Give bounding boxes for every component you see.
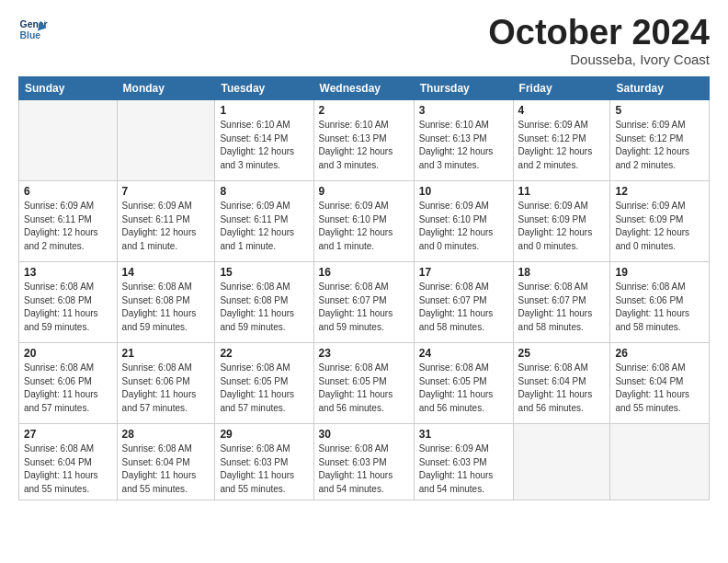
day-number: 4 [518, 104, 606, 117]
table-row: 26Sunrise: 6:08 AM Sunset: 6:04 PM Dayli… [610, 343, 710, 424]
day-number: 23 [319, 347, 409, 360]
day-number: 22 [220, 347, 308, 360]
day-number: 24 [419, 347, 508, 360]
svg-text:Blue: Blue [20, 30, 41, 40]
day-detail: Sunrise: 6:09 AM Sunset: 6:03 PM Dayligh… [419, 442, 508, 496]
day-detail: Sunrise: 6:09 AM Sunset: 6:11 PM Dayligh… [24, 200, 112, 253]
table-row: 24Sunrise: 6:08 AM Sunset: 6:05 PM Dayli… [414, 343, 513, 424]
day-number: 26 [615, 347, 704, 360]
table-row: 20Sunrise: 6:08 AM Sunset: 6:06 PM Dayli… [19, 343, 118, 424]
day-number: 8 [220, 185, 308, 198]
table-row: 29Sunrise: 6:08 AM Sunset: 6:03 PM Dayli… [215, 424, 313, 500]
day-detail: Sunrise: 6:08 AM Sunset: 6:06 PM Dayligh… [24, 362, 112, 415]
table-row: 2Sunrise: 6:10 AM Sunset: 6:13 PM Daylig… [313, 100, 414, 181]
day-detail: Sunrise: 6:10 AM Sunset: 6:14 PM Dayligh… [220, 119, 308, 172]
day-number: 10 [419, 185, 508, 198]
day-number: 21 [122, 347, 210, 360]
subtitle: Dousseba, Ivory Coast [488, 52, 710, 67]
day-number: 15 [220, 266, 308, 279]
day-detail: Sunrise: 6:09 AM Sunset: 6:12 PM Dayligh… [615, 119, 704, 172]
header-friday: Friday [513, 77, 610, 100]
table-row [513, 424, 610, 500]
day-number: 7 [122, 185, 210, 198]
day-detail: Sunrise: 6:08 AM Sunset: 6:03 PM Dayligh… [220, 442, 308, 496]
day-number: 1 [220, 104, 308, 117]
header-wednesday: Wednesday [313, 77, 414, 100]
header-saturday: Saturday [610, 77, 710, 100]
table-row: 19Sunrise: 6:08 AM Sunset: 6:06 PM Dayli… [610, 262, 710, 343]
table-row: 3Sunrise: 6:10 AM Sunset: 6:13 PM Daylig… [414, 100, 513, 181]
day-number: 12 [615, 185, 704, 198]
header-tuesday: Tuesday [215, 77, 313, 100]
day-detail: Sunrise: 6:08 AM Sunset: 6:05 PM Dayligh… [319, 362, 409, 415]
day-detail: Sunrise: 6:09 AM Sunset: 6:11 PM Dayligh… [122, 200, 210, 253]
header-sunday: Sunday [19, 77, 118, 100]
table-row: 30Sunrise: 6:08 AM Sunset: 6:03 PM Dayli… [313, 424, 414, 500]
day-number: 9 [319, 185, 409, 198]
table-row: 1Sunrise: 6:10 AM Sunset: 6:14 PM Daylig… [215, 100, 313, 181]
day-number: 19 [615, 266, 704, 279]
day-number: 20 [24, 347, 112, 360]
table-row: 11Sunrise: 6:09 AM Sunset: 6:09 PM Dayli… [513, 181, 610, 262]
day-number: 16 [319, 266, 409, 279]
day-detail: Sunrise: 6:10 AM Sunset: 6:13 PM Dayligh… [319, 119, 409, 172]
title-block: October 2024 Dousseba, Ivory Coast [488, 15, 710, 67]
day-detail: Sunrise: 6:08 AM Sunset: 6:04 PM Dayligh… [24, 442, 112, 496]
table-row: 27Sunrise: 6:08 AM Sunset: 6:04 PM Dayli… [19, 424, 118, 500]
day-detail: Sunrise: 6:09 AM Sunset: 6:11 PM Dayligh… [220, 200, 308, 253]
day-detail: Sunrise: 6:08 AM Sunset: 6:07 PM Dayligh… [419, 281, 508, 334]
logo: General Blue [18, 15, 48, 44]
header: General Blue October 2024 Dousseba, Ivor… [18, 15, 710, 67]
table-row: 10Sunrise: 6:09 AM Sunset: 6:10 PM Dayli… [414, 181, 513, 262]
day-detail: Sunrise: 6:08 AM Sunset: 6:07 PM Dayligh… [319, 281, 409, 334]
table-row: 22Sunrise: 6:08 AM Sunset: 6:05 PM Dayli… [215, 343, 313, 424]
day-detail: Sunrise: 6:08 AM Sunset: 6:04 PM Dayligh… [615, 362, 704, 415]
day-number: 25 [518, 347, 606, 360]
day-detail: Sunrise: 6:08 AM Sunset: 6:08 PM Dayligh… [24, 281, 112, 334]
day-detail: Sunrise: 6:08 AM Sunset: 6:06 PM Dayligh… [615, 281, 704, 334]
table-row: 16Sunrise: 6:08 AM Sunset: 6:07 PM Dayli… [313, 262, 414, 343]
table-row: 6Sunrise: 6:09 AM Sunset: 6:11 PM Daylig… [19, 181, 118, 262]
day-number: 18 [518, 266, 606, 279]
table-row [610, 424, 710, 500]
table-row: 8Sunrise: 6:09 AM Sunset: 6:11 PM Daylig… [215, 181, 313, 262]
table-row: 23Sunrise: 6:08 AM Sunset: 6:05 PM Dayli… [313, 343, 414, 424]
day-detail: Sunrise: 6:10 AM Sunset: 6:13 PM Dayligh… [419, 119, 508, 172]
day-detail: Sunrise: 6:08 AM Sunset: 6:05 PM Dayligh… [220, 362, 308, 415]
table-row: 14Sunrise: 6:08 AM Sunset: 6:08 PM Dayli… [117, 262, 215, 343]
table-row: 15Sunrise: 6:08 AM Sunset: 6:08 PM Dayli… [215, 262, 313, 343]
day-detail: Sunrise: 6:08 AM Sunset: 6:03 PM Dayligh… [319, 442, 409, 496]
day-number: 27 [24, 428, 112, 441]
day-detail: Sunrise: 6:08 AM Sunset: 6:07 PM Dayligh… [518, 281, 606, 334]
day-number: 11 [518, 185, 606, 198]
day-number: 28 [122, 428, 210, 441]
day-number: 6 [24, 185, 112, 198]
table-row: 9Sunrise: 6:09 AM Sunset: 6:10 PM Daylig… [313, 181, 414, 262]
day-detail: Sunrise: 6:09 AM Sunset: 6:10 PM Dayligh… [319, 200, 409, 253]
day-number: 2 [319, 104, 409, 117]
day-number: 30 [319, 428, 409, 441]
day-detail: Sunrise: 6:08 AM Sunset: 6:04 PM Dayligh… [518, 362, 606, 415]
table-row: 13Sunrise: 6:08 AM Sunset: 6:08 PM Dayli… [19, 262, 118, 343]
table-row: 25Sunrise: 6:08 AM Sunset: 6:04 PM Dayli… [513, 343, 610, 424]
table-row: 12Sunrise: 6:09 AM Sunset: 6:09 PM Dayli… [610, 181, 710, 262]
day-number: 5 [615, 104, 704, 117]
table-row: 21Sunrise: 6:08 AM Sunset: 6:06 PM Dayli… [117, 343, 215, 424]
day-detail: Sunrise: 6:08 AM Sunset: 6:05 PM Dayligh… [419, 362, 508, 415]
table-row: 5Sunrise: 6:09 AM Sunset: 6:12 PM Daylig… [610, 100, 710, 181]
table-row [19, 100, 118, 181]
table-row: 7Sunrise: 6:09 AM Sunset: 6:11 PM Daylig… [117, 181, 215, 262]
day-detail: Sunrise: 6:08 AM Sunset: 6:06 PM Dayligh… [122, 362, 210, 415]
day-detail: Sunrise: 6:08 AM Sunset: 6:08 PM Dayligh… [220, 281, 308, 334]
calendar-header-row: Sunday Monday Tuesday Wednesday Thursday… [19, 77, 710, 100]
day-detail: Sunrise: 6:09 AM Sunset: 6:09 PM Dayligh… [518, 200, 606, 253]
table-row: 31Sunrise: 6:09 AM Sunset: 6:03 PM Dayli… [414, 424, 513, 500]
day-detail: Sunrise: 6:08 AM Sunset: 6:04 PM Dayligh… [122, 442, 210, 496]
header-thursday: Thursday [414, 77, 513, 100]
day-number: 13 [24, 266, 112, 279]
table-row: 18Sunrise: 6:08 AM Sunset: 6:07 PM Dayli… [513, 262, 610, 343]
day-detail: Sunrise: 6:09 AM Sunset: 6:12 PM Dayligh… [518, 119, 606, 172]
table-row [117, 100, 215, 181]
day-number: 29 [220, 428, 308, 441]
table-row: 17Sunrise: 6:08 AM Sunset: 6:07 PM Dayli… [414, 262, 513, 343]
